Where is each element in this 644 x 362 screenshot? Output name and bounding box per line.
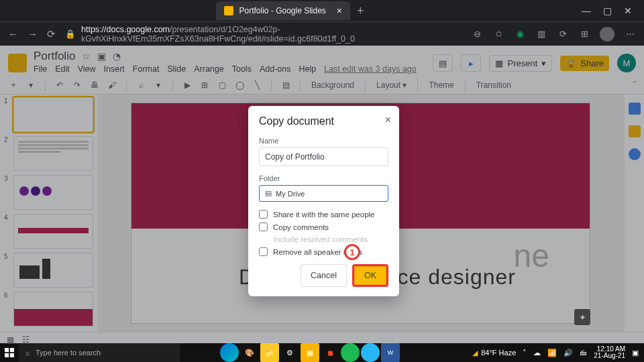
chevron-down-icon[interactable]: ▾ [25, 80, 36, 90]
select-tool-icon[interactable]: ▶ [182, 80, 193, 90]
explore-button[interactable]: ✦ [574, 309, 590, 325]
chevron-down-icon[interactable]: ▾ [153, 80, 164, 90]
print-icon[interactable]: 🖶 [89, 80, 100, 90]
cloud-status-icon[interactable]: ◔ [113, 51, 121, 62]
menu-arrange[interactable]: Arrange [194, 64, 223, 74]
menu-tools[interactable]: Tools [232, 64, 252, 74]
shape-icon[interactable]: ◯ [234, 80, 245, 90]
sync-icon[interactable]: ⟳ [557, 29, 569, 39]
account-avatar[interactable]: M [617, 54, 636, 72]
menu-edit[interactable]: Edit [55, 64, 70, 74]
share-same-checkbox[interactable]: Share it with the same people [259, 210, 388, 219]
weather-widget[interactable]: ◢ 84°F Haze [472, 349, 516, 357]
svg-rect-2 [5, 353, 9, 357]
tray-chevron-icon[interactable]: ˄ [523, 349, 527, 357]
name-input[interactable] [259, 147, 388, 166]
browser-navbar: ← → ⟳ 🔒 https://docs.google.com/presenta… [0, 21, 644, 46]
taskbar-clock[interactable]: 12:10 AM 21-Aug-21 [594, 346, 625, 360]
folder-label: Folder [259, 174, 388, 182]
undo-icon[interactable]: ↶ [54, 80, 65, 90]
slides-favicon [224, 6, 233, 15]
close-tab-icon[interactable]: × [337, 5, 342, 16]
tasks-addon-icon[interactable] [629, 148, 641, 160]
notifications-icon[interactable]: ▣ [632, 349, 639, 357]
slide-thumb-3[interactable] [13, 175, 93, 210]
background-button[interactable]: Background [309, 80, 356, 90]
last-edit-text[interactable]: Last edit was 3 days ago [324, 64, 417, 74]
menu-addons[interactable]: Add-ons [260, 64, 291, 74]
share-button[interactable]: 🔒Share [560, 56, 609, 71]
close-dialog-icon[interactable]: × [385, 114, 391, 126]
browser-avatar[interactable] [600, 27, 614, 42]
slides-logo[interactable] [8, 54, 27, 72]
zoom-icon[interactable]: ⊖ [471, 29, 483, 39]
slide-thumb-6[interactable] [13, 292, 93, 326]
back-icon[interactable]: ← [8, 28, 18, 40]
favorite-icon[interactable]: ✩ [492, 29, 504, 39]
browser-tabbar: Portfolio - Google Slides × + — ▢ ✕ [0, 0, 644, 21]
collections-icon[interactable]: ▥ [535, 29, 547, 39]
svg-rect-0 [5, 348, 9, 352]
copy-comments-checkbox[interactable]: Copy comments [259, 223, 388, 231]
drive-icon: ▤ [265, 189, 272, 198]
menu-slide[interactable]: Slide [167, 64, 186, 74]
menu-format[interactable]: Format [133, 64, 160, 74]
redo-icon[interactable]: ↷ [72, 80, 83, 90]
calendar-addon-icon[interactable] [629, 103, 641, 115]
new-tab-button[interactable]: + [350, 4, 371, 18]
address-bar[interactable]: 🔒 https://docs.google.com/presentation/d… [65, 25, 462, 44]
transition-button[interactable]: Transition [474, 80, 513, 90]
forward-icon[interactable]: → [28, 28, 38, 40]
tray-language-icon[interactable]: 🖮 [580, 349, 587, 357]
comment-history-button[interactable]: ▤ [433, 54, 453, 72]
star-icon[interactable]: ☆ [82, 51, 91, 62]
layout-button[interactable]: Layout ▾ [374, 80, 409, 90]
tray-cloud-icon[interactable]: ☁ [533, 349, 541, 357]
menu-insert[interactable]: Insert [104, 64, 125, 74]
slide-thumb-2[interactable] [13, 136, 93, 171]
app-menu-icon[interactable]: ⊞ [578, 29, 590, 39]
window-close-icon[interactable]: ✕ [624, 5, 632, 16]
filmstrip-view-icon[interactable]: ☷ [22, 335, 30, 345]
folder-value: My Drive [276, 190, 305, 198]
textbox-icon[interactable]: ⊞ [199, 80, 210, 90]
menu-help[interactable]: Help [299, 64, 316, 74]
ok-button[interactable]: OK [354, 266, 386, 285]
tray-wifi-icon[interactable]: 📶 [547, 349, 557, 357]
browser-tab[interactable]: Portfolio - Google Slides × [216, 1, 350, 20]
reload-icon[interactable]: ⟳ [47, 28, 56, 40]
slideshow-button[interactable]: ▸ [461, 54, 481, 72]
folder-picker[interactable]: ▤ My Drive [259, 185, 388, 202]
tab-title: Portfolio - Google Slides [239, 6, 325, 15]
image-icon[interactable]: ▢ [217, 80, 227, 90]
present-button[interactable]: ▦Present▾ [489, 55, 552, 72]
cancel-button[interactable]: Cancel [301, 264, 347, 287]
move-icon[interactable]: ▣ [97, 51, 106, 62]
line-icon[interactable]: ╲ [252, 80, 262, 90]
window-maximize-icon[interactable]: ▢ [603, 5, 612, 16]
menu-view[interactable]: View [78, 64, 96, 74]
remove-notes-checkbox[interactable]: Remove all speaker notes [259, 247, 388, 256]
slide-thumb-1[interactable]: Your NameDigital experience designer [13, 97, 93, 132]
new-slide-icon[interactable]: + [8, 80, 19, 90]
paint-format-icon[interactable]: 🖌 [107, 80, 117, 90]
doc-title[interactable]: Portfolio [34, 50, 75, 63]
slide-thumb-4[interactable] [13, 214, 93, 249]
include-resolved-checkbox: Include resolved comments [259, 235, 388, 243]
copy-document-dialog: × Copy document Name Folder ▤ My Drive S… [248, 106, 399, 296]
annotation-callout: 1 [344, 244, 360, 260]
extension-icon[interactable]: ◉ [514, 29, 526, 39]
collapse-toolbar-icon[interactable]: ˆ [633, 80, 636, 90]
tray-volume-icon[interactable]: 🔊 [564, 349, 573, 357]
theme-button[interactable]: Theme [427, 80, 455, 90]
comment-icon[interactable]: ▤ [280, 80, 291, 90]
svg-rect-1 [10, 348, 14, 352]
grid-view-icon[interactable]: ▦ [7, 335, 14, 345]
window-minimize-icon[interactable]: — [582, 5, 591, 16]
weather-text: 84°F Haze [481, 349, 516, 357]
slide-thumb-5[interactable] [13, 253, 93, 288]
menu-file[interactable]: File [34, 64, 47, 74]
zoom-tool-icon[interactable]: ⌕ [136, 80, 146, 90]
keep-addon-icon[interactable] [629, 125, 641, 137]
more-icon[interactable]: ⋯ [624, 29, 636, 39]
